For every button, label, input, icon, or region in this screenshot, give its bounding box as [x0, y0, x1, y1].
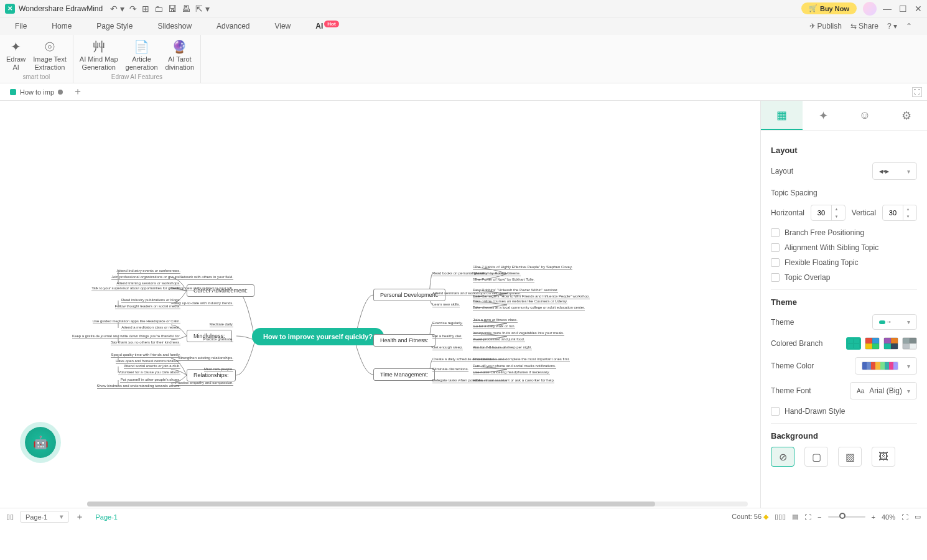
open-icon[interactable]: 🗀: [154, 4, 163, 14]
new-icon[interactable]: ⊞: [142, 4, 149, 14]
leaf-topic[interactable]: Incorporate more fruits and vegetables i…: [473, 331, 564, 336]
alignment-sibling-checkbox[interactable]: Alignment With Sibling Topic: [771, 243, 917, 252]
leaf-topic[interactable]: Go for a daily walk or run.: [473, 324, 515, 329]
sub-topic[interactable]: Stay up-to-date with industry trends.: [174, 301, 233, 306]
sidebar-tab-style[interactable]: ✦: [803, 101, 844, 130]
leaf-topic[interactable]: Avoid processed and junk food.: [473, 337, 525, 342]
leaf-topic[interactable]: Attend industry events or conferences.: [117, 269, 180, 274]
tab-page-style[interactable]: Page Style: [96, 19, 133, 33]
branch-free-checkbox[interactable]: Branch Free Positioning: [771, 228, 917, 237]
leaf-topic[interactable]: Say thank you to others for their kindne…: [111, 340, 180, 345]
export-icon[interactable]: ⇱ ▾: [195, 4, 210, 14]
vertical-spacing-input[interactable]: ▲▼: [882, 205, 917, 221]
layout-dropdown[interactable]: ◂▪▸▾: [872, 162, 917, 180]
zoom-out-icon[interactable]: −: [818, 513, 821, 521]
sidebar-tab-settings[interactable]: ⚙: [885, 101, 927, 130]
horizontal-spacing-input[interactable]: ▲▼: [811, 205, 845, 221]
leaf-topic[interactable]: Talk to your supervisor about opportunit…: [91, 286, 180, 291]
sub-topic[interactable]: Practice empathy and compassion.: [175, 381, 233, 386]
sub-topic[interactable]: Network with others in your field.: [179, 275, 233, 280]
publish-button[interactable]: ✈Publish: [809, 22, 842, 30]
tab-view[interactable]: View: [274, 19, 291, 33]
bg-none[interactable]: ⊘: [771, 447, 794, 467]
leaf-topic[interactable]: Have open and honest communication.: [116, 359, 180, 364]
tab-ai[interactable]: AIHot: [315, 19, 338, 33]
leaf-topic[interactable]: Read industry publications or blogs.: [121, 298, 180, 303]
leaf-topic[interactable]: Join a gym or fitness class.: [473, 318, 518, 323]
minimize-icon[interactable]: —: [883, 4, 892, 14]
fullscreen-icon[interactable]: ⛶: [901, 513, 908, 521]
canvas[interactable]: How to improve yourself quickly?Career A…: [0, 101, 760, 508]
leaf-topic[interactable]: Put yourself in other people's shoes.: [120, 378, 180, 383]
save-icon[interactable]: 🖫: [168, 4, 177, 14]
sidebar-tab-layout[interactable]: ▦: [761, 101, 803, 130]
sub-topic[interactable]: Eliminate distractions.: [432, 367, 468, 372]
document-tab[interactable]: How to imp: [5, 87, 68, 97]
sub-topic[interactable]: Learn new skills.: [432, 302, 460, 307]
ai-tarot-button[interactable]: 🔮AI Tarot divination: [165, 39, 194, 72]
view-detail-icon[interactable]: ▤: [792, 513, 798, 521]
sub-topic[interactable]: Exercise regularly.: [432, 321, 463, 326]
tab-slideshow[interactable]: Slideshow: [157, 19, 192, 33]
leaf-topic[interactable]: Use noise-canceling headphones if necess…: [473, 370, 550, 375]
leaf-topic[interactable]: Turn off your phone and social media not…: [473, 364, 556, 369]
leaf-topic[interactable]: "The Power of Now" by Eckhart Tolle.: [473, 278, 534, 282]
page-selector[interactable]: Page-1▾: [20, 511, 69, 523]
leaf-topic[interactable]: Take classes at a local community colleg…: [473, 306, 585, 310]
sub-topic[interactable]: Get enough sleep.: [432, 345, 463, 350]
user-avatar[interactable]: [863, 2, 877, 16]
leaf-topic[interactable]: Aim for 7-8 hours of sleep per night.: [473, 345, 532, 350]
hand-drawn-checkbox[interactable]: Hand-Drawn Style: [771, 407, 917, 416]
sub-topic[interactable]: Eat a healthy diet.: [432, 334, 462, 339]
sub-topic[interactable]: Meet new people.: [204, 367, 233, 372]
leaf-topic[interactable]: "The 7 Habits of Highly Effective People…: [473, 265, 572, 270]
collapse-ribbon-icon[interactable]: ⌃: [906, 22, 912, 30]
zoom-slider[interactable]: [828, 516, 865, 518]
share-button[interactable]: ⇆Share: [850, 22, 878, 30]
flexible-floating-checkbox[interactable]: Flexible Floating Topic: [771, 258, 917, 267]
help-icon[interactable]: ? ▾: [887, 22, 897, 30]
redo-icon[interactable]: ↷: [129, 4, 137, 14]
buy-now-button[interactable]: 🛒Buy Now: [801, 2, 857, 14]
image-text-extraction-button[interactable]: ⦾Image Text Extraction: [33, 39, 67, 72]
sub-topic[interactable]: Practice gratitude.: [203, 337, 233, 342]
sub-topic[interactable]: Strengthen existing relationships.: [179, 356, 233, 361]
leaf-topic[interactable]: Keep a gratitude journal and write down …: [72, 334, 180, 339]
leaf-topic[interactable]: Spend quality time with friends and fami…: [111, 353, 180, 358]
sub-topic[interactable]: Meditate daily.: [210, 322, 233, 327]
toggle-panel-icon[interactable]: ▯▯: [6, 513, 14, 521]
topic-overlap-checkbox[interactable]: Topic Overlap: [771, 273, 917, 282]
leaf-topic[interactable]: Prioritize tasks and complete the most i…: [473, 357, 570, 362]
maximize-icon[interactable]: ☐: [899, 4, 907, 14]
branch-topic[interactable]: Health and Fitness:: [373, 334, 436, 347]
undo-icon[interactable]: ↶ ▾: [110, 4, 124, 14]
page-tab[interactable]: Page-1: [90, 513, 122, 521]
tab-home[interactable]: Home: [52, 19, 72, 33]
expand-panel-icon[interactable]: ⛶: [912, 87, 922, 97]
tab-file[interactable]: File: [15, 19, 27, 33]
leaf-topic[interactable]: Tony Robbins' "Unleash the Power Within"…: [473, 288, 558, 293]
bg-solid[interactable]: ▢: [804, 447, 828, 467]
theme-color-dropdown[interactable]: ▾: [855, 357, 917, 375]
sidebar-tab-icons[interactable]: ☺: [844, 101, 886, 130]
zoom-in-icon[interactable]: +: [872, 513, 875, 521]
ai-mindmap-button[interactable]: ⾋AI Mind Map Generation: [80, 39, 118, 72]
present-icon[interactable]: ▭: [915, 513, 921, 521]
branch-topic[interactable]: Time Management:: [373, 368, 435, 381]
leaf-topic[interactable]: Show kindness and understanding towards …: [97, 384, 180, 389]
leaf-topic[interactable]: Hire a virtual assistant or ask a cowork…: [473, 378, 554, 383]
fit-icon[interactable]: ⛶: [804, 513, 811, 521]
colored-branch-swatches[interactable]: [846, 337, 917, 350]
leaf-topic[interactable]: Attend training sessions or workshops.: [116, 281, 180, 286]
add-tab-icon[interactable]: ＋: [73, 85, 83, 98]
leaf-topic[interactable]: Attend social events or join a club.: [124, 364, 180, 369]
theme-dropdown[interactable]: ⊸▾: [872, 314, 917, 330]
edraw-ai-button[interactable]: ✦Edraw AI: [6, 39, 26, 72]
article-gen-button[interactable]: 📄Article generation: [126, 39, 158, 72]
tab-advanced[interactable]: Advanced: [217, 19, 249, 33]
view-outline-icon[interactable]: ▯▯▯: [775, 513, 786, 521]
bg-pattern[interactable]: ▨: [838, 447, 862, 467]
close-icon[interactable]: ✕: [915, 4, 922, 14]
leaf-topic[interactable]: Use guided meditation apps like Headspac…: [93, 319, 180, 324]
bg-image[interactable]: 🖼: [872, 447, 895, 467]
